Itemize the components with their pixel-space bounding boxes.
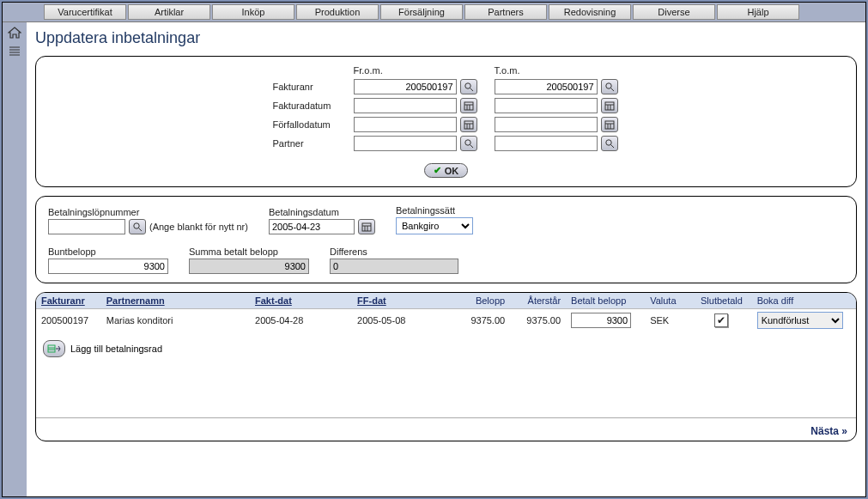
- buntbelopp-input[interactable]: [48, 259, 168, 274]
- partner-label: Partner: [273, 138, 350, 149]
- svg-rect-16: [464, 121, 473, 129]
- fakturadatum-label: Fakturadatum: [273, 100, 350, 111]
- filter-panel: Fr.o.m. T.o.m. Fakturanr Fakturadatum: [35, 56, 857, 187]
- list-icon[interactable]: [7, 45, 22, 58]
- calendar-icon[interactable]: [460, 117, 477, 132]
- fakturanr-to-input[interactable]: [495, 79, 598, 94]
- betalt-input[interactable]: [571, 313, 631, 328]
- svg-line-27: [610, 145, 614, 149]
- bokadiff-select[interactable]: Kundförlust: [757, 312, 843, 329]
- svg-point-24: [464, 140, 470, 145]
- add-row-icon[interactable]: [43, 340, 65, 357]
- table-row: 200500197 Marias konditori 2005-04-28 20…: [36, 309, 856, 332]
- svg-line-5: [470, 88, 473, 92]
- col-faktdat[interactable]: Fakt-dat: [250, 293, 352, 309]
- col-belopp: Belopp: [454, 293, 510, 309]
- partner-from-input[interactable]: [354, 136, 457, 151]
- forfallodatum-to-input[interactable]: [495, 117, 598, 132]
- from-header: Fr.o.m.: [354, 65, 457, 76]
- svg-point-26: [605, 140, 610, 145]
- fakturadatum-to-input[interactable]: [495, 98, 598, 113]
- cell-partnernamn: Marias konditori: [101, 309, 250, 332]
- cell-ffdat: 2005-05-08: [352, 309, 454, 332]
- svg-line-7: [610, 88, 614, 92]
- check-icon: ✔: [434, 165, 441, 176]
- cell-faktdat: 2005-04-28: [250, 309, 352, 332]
- cell-fakturanr: 200500197: [36, 309, 101, 332]
- search-icon[interactable]: [601, 79, 618, 94]
- col-fakturanr[interactable]: Fakturanr: [36, 293, 101, 309]
- betalningssatt-select[interactable]: Bankgiro: [396, 217, 473, 234]
- col-aterstar: Återstår: [510, 293, 566, 309]
- buntbelopp-label: Buntbelopp: [48, 246, 168, 257]
- menu-inkop[interactable]: Inköp: [212, 4, 294, 20]
- cell-aterstar: 9375.00: [510, 309, 566, 332]
- page-title: Uppdatera inbetalningar: [35, 29, 857, 47]
- col-betalt: Betalt belopp: [566, 293, 645, 309]
- next-link[interactable]: Nästa »: [810, 425, 847, 437]
- invoice-table-panel: Fakturanr Partnernamn Fakt-dat FF-dat Be…: [35, 292, 857, 441]
- col-ffdat[interactable]: FF-dat: [352, 293, 454, 309]
- fakturadatum-from-input[interactable]: [354, 98, 457, 113]
- svg-rect-34: [48, 345, 55, 352]
- search-icon[interactable]: [601, 136, 618, 151]
- col-bokadiff: Boka diff: [752, 293, 856, 309]
- col-valuta: Valuta: [645, 293, 691, 309]
- lopnr-label: Betalningslöpnummer: [48, 207, 248, 217]
- invoice-table: Fakturanr Partnernamn Fakt-dat FF-dat Be…: [36, 293, 856, 332]
- search-icon[interactable]: [129, 219, 146, 234]
- betalningsdatum-label: Betalningsdatum: [269, 207, 375, 217]
- fakturanr-label: Fakturanr: [273, 82, 350, 92]
- menu-produktion[interactable]: Produktion: [296, 4, 379, 20]
- betalningsdatum-input[interactable]: [269, 219, 355, 234]
- menu-partners[interactable]: Partners: [464, 4, 547, 20]
- search-icon[interactable]: [460, 136, 477, 151]
- forfallodatum-label: Förfallodatum: [273, 119, 350, 130]
- menu-artiklar[interactable]: Artiklar: [128, 4, 210, 20]
- menu-hjalp[interactable]: Hjälp: [717, 4, 799, 20]
- ok-button[interactable]: ✔OK: [424, 163, 469, 178]
- slutbetald-checkbox[interactable]: ✔: [714, 313, 728, 327]
- svg-rect-20: [605, 121, 614, 129]
- add-row-label[interactable]: Lägg till betalningsrad: [70, 344, 162, 354]
- svg-rect-8: [464, 102, 473, 110]
- menu-redovisning[interactable]: Redovisning: [549, 4, 631, 20]
- search-icon[interactable]: [460, 79, 477, 94]
- calendar-icon[interactable]: [601, 98, 618, 113]
- ok-button-label: OK: [445, 166, 459, 176]
- cell-valuta: SEK: [645, 309, 691, 332]
- menubar: Varucertifikat Artiklar Inköp Produktion…: [3, 3, 865, 22]
- svg-rect-12: [605, 102, 614, 110]
- calendar-icon[interactable]: [460, 98, 477, 113]
- differens-label: Differens: [330, 246, 458, 257]
- col-slutbetald: Slutbetald: [691, 293, 751, 309]
- menu-diverse[interactable]: Diverse: [633, 4, 715, 20]
- to-header: T.o.m.: [495, 65, 598, 76]
- payment-panel: Betalningslöpnummer (Ange blankt för nyt…: [35, 196, 857, 283]
- calendar-icon[interactable]: [358, 219, 375, 234]
- summa-input: [189, 259, 309, 274]
- home-icon[interactable]: [7, 26, 22, 40]
- betalningssatt-label: Betalningssätt: [396, 205, 473, 216]
- col-partnernamn[interactable]: Partnernamn: [101, 293, 250, 309]
- svg-line-25: [470, 145, 473, 149]
- svg-point-4: [464, 83, 470, 88]
- partner-to-input[interactable]: [495, 136, 598, 151]
- svg-line-29: [139, 228, 143, 232]
- svg-rect-30: [362, 223, 371, 231]
- summa-label: Summa betalt belopp: [189, 246, 309, 257]
- menu-varucertifikat[interactable]: Varucertifikat: [44, 4, 126, 20]
- fakturanr-from-input[interactable]: [354, 79, 457, 94]
- lopnr-hint: (Ange blankt för nytt nr): [149, 222, 248, 232]
- svg-point-28: [134, 223, 139, 228]
- forfallodatum-from-input[interactable]: [354, 117, 457, 132]
- svg-point-6: [605, 83, 610, 88]
- calendar-icon[interactable]: [601, 117, 618, 132]
- cell-belopp: 9375.00: [454, 309, 510, 332]
- sidebar: [3, 22, 27, 496]
- differens-input: [330, 259, 458, 274]
- menu-forsaljning[interactable]: Försäljning: [380, 4, 463, 20]
- lopnr-input[interactable]: [48, 219, 125, 234]
